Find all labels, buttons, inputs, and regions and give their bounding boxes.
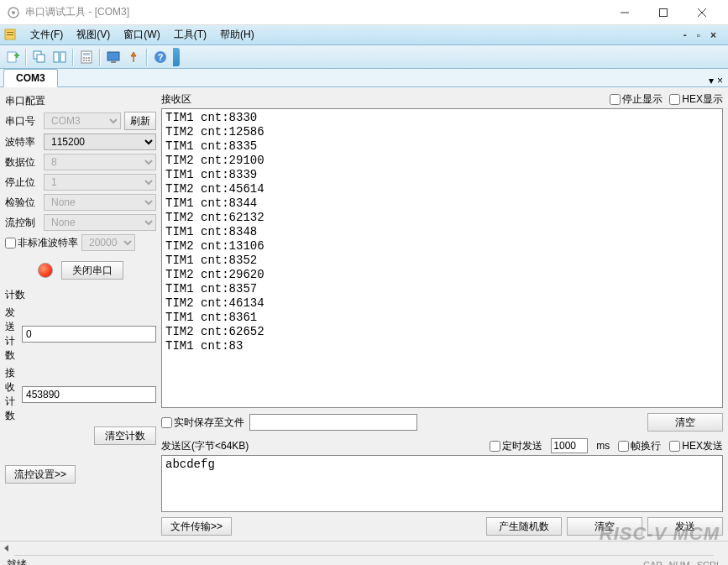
baud-label: 波特率 [5, 135, 40, 149]
svg-point-1 [12, 11, 15, 14]
toolbar: ? [0, 45, 728, 69]
tabbar: COM3 ▾ × [0, 69, 728, 87]
counters-title: 计数 [5, 286, 156, 304]
svg-point-21 [83, 60, 85, 61]
clear-count-button[interactable]: 清空计数 [94, 426, 156, 445]
toolbar-pin-icon[interactable] [124, 48, 143, 66]
titlebar: 串口调试工具 - [COM3] [0, 0, 728, 25]
window-title: 串口调试工具 - [COM3] [25, 5, 605, 19]
interval-input[interactable] [551, 438, 588, 453]
right-panel: 接收区 停止显示 HEX显示 TIM1 cnt:8330 TIM2 cnt:12… [161, 92, 723, 536]
svg-rect-15 [60, 52, 65, 62]
svg-point-22 [86, 60, 87, 61]
svg-rect-25 [111, 61, 116, 63]
menu-file[interactable]: 文件(F) [24, 26, 70, 44]
close-port-button[interactable]: 关闭串口 [61, 261, 123, 280]
stop-select[interactable]: 1 [44, 174, 156, 191]
flow-label: 流控制 [5, 216, 40, 230]
data-select[interactable]: 8 [44, 154, 156, 170]
toolbar-new-icon[interactable] [3, 48, 22, 66]
mdi-minimize[interactable]: - [680, 29, 690, 41]
file-transfer-button[interactable]: 文件传输>> [161, 517, 232, 536]
toolbar-monitor-icon[interactable] [104, 48, 123, 66]
menu-tools[interactable]: 工具(T) [167, 26, 213, 44]
tx-title: 发送区(字节<64KB) [161, 439, 249, 453]
mdi-close[interactable]: × [707, 29, 720, 41]
content-area: 串口配置 串口号 COM3 刷新 波特率 115200 数据位 8 停止位 1 … [0, 87, 728, 541]
parity-label: 检验位 [5, 196, 40, 210]
toolbar-cascade-icon[interactable] [30, 48, 49, 66]
menu-icon [3, 28, 18, 43]
nonstd-rate-select[interactable]: 200000 [81, 234, 135, 251]
toolbar-help-icon[interactable]: ? [151, 48, 170, 66]
mdi-restore[interactable]: ▫ [694, 29, 704, 41]
rx-title: 接收区 [161, 92, 191, 107]
left-panel: 串口配置 串口号 COM3 刷新 波特率 115200 数据位 8 停止位 1 … [5, 92, 156, 536]
svg-rect-14 [54, 52, 59, 62]
rx-count-label: 接收计数 [5, 366, 18, 423]
menubar: 文件(F) 视图(V) 窗口(W) 工具(T) 帮助(H) - ▫ × [0, 25, 728, 45]
refresh-button[interactable]: 刷新 [124, 112, 156, 130]
svg-rect-17 [83, 53, 90, 55]
toolbar-calc-icon[interactable] [77, 48, 96, 66]
maximize-button[interactable] [644, 0, 683, 25]
menu-help[interactable]: 帮助(H) [213, 26, 261, 44]
tx-count-value [22, 326, 156, 343]
hex-display-checkbox[interactable]: HEX显示 [669, 92, 723, 107]
rx-clear-button[interactable]: 清空 [647, 413, 723, 432]
app-icon [7, 6, 20, 19]
send-button[interactable]: 发送 [647, 517, 723, 536]
svg-text:?: ? [158, 52, 164, 62]
flow-select[interactable]: None [44, 214, 156, 231]
nonstd-checkbox[interactable]: 非标准波特率 [5, 236, 78, 250]
port-label: 串口号 [5, 114, 40, 128]
status-cap: CAP [643, 560, 663, 566]
rx-count-value [22, 386, 156, 403]
svg-rect-9 [8, 52, 16, 62]
svg-point-18 [83, 57, 85, 59]
parity-select[interactable]: None [44, 194, 156, 211]
statusbar: 就绪 CAP NUM SCRL [0, 555, 728, 565]
tx-clear-button[interactable]: 清空 [567, 517, 642, 536]
port-select[interactable]: COM3 [44, 112, 121, 129]
menu-window[interactable]: 窗口(W) [117, 26, 166, 44]
status-ready: 就绪 [7, 557, 27, 565]
timed-send-checkbox[interactable]: 定时发送 [490, 439, 542, 453]
tab-com3[interactable]: COM3 [3, 69, 58, 87]
save-to-file-checkbox[interactable]: 实时保存至文件 [161, 416, 244, 430]
stop-label: 停止位 [5, 175, 40, 190]
tab-dropdown-icon[interactable]: ▾ [709, 75, 714, 86]
close-button[interactable] [683, 0, 721, 25]
tx-textarea[interactable]: abcdefg [161, 455, 723, 512]
svg-point-19 [86, 57, 87, 59]
frame-wrap-checkbox[interactable]: 帧换行 [618, 439, 661, 453]
rx-textarea[interactable]: TIM1 cnt:8330 TIM2 cnt:12586 TIM1 cnt:83… [161, 108, 723, 408]
tab-close-icon[interactable]: × [717, 75, 723, 86]
svg-point-23 [88, 60, 90, 61]
baud-select[interactable]: 115200 [44, 133, 156, 150]
interval-unit: ms [596, 440, 610, 452]
nonstd-check-input[interactable] [5, 238, 16, 248]
svg-rect-7 [7, 32, 13, 33]
hex-send-checkbox[interactable]: HEX发送 [669, 439, 723, 453]
horizontal-scrollbar[interactable] [0, 541, 728, 555]
minimize-button[interactable] [605, 0, 644, 25]
tx-count-label: 发送计数 [5, 306, 18, 363]
record-indicator-icon [38, 263, 53, 278]
svg-rect-24 [107, 52, 119, 60]
menu-view[interactable]: 视图(V) [70, 26, 117, 44]
flow-settings-button[interactable]: 流控设置>> [5, 465, 76, 484]
serial-config-title: 串口配置 [5, 92, 156, 110]
svg-rect-3 [660, 8, 668, 16]
svg-point-20 [88, 57, 90, 59]
random-button[interactable]: 产生随机数 [486, 517, 562, 536]
toolbar-tile-icon[interactable] [50, 48, 69, 66]
svg-rect-13 [37, 55, 45, 62]
status-num: NUM [669, 560, 690, 566]
pause-display-checkbox[interactable]: 停止显示 [610, 92, 663, 107]
save-path-input[interactable] [249, 414, 417, 431]
data-label: 数据位 [5, 155, 40, 170]
svg-rect-8 [7, 34, 13, 35]
status-scrl: SCRL [697, 560, 721, 566]
